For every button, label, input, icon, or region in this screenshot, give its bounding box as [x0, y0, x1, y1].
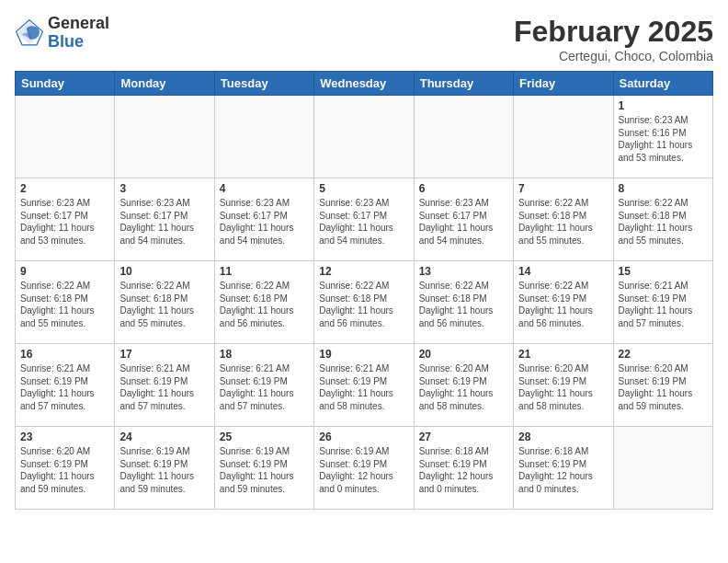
day-info: Sunrise: 6:22 AMSunset: 6:18 PMDaylight:… — [319, 280, 408, 329]
day-number: 2 — [20, 182, 109, 195]
day-info: Sunrise: 6:19 AMSunset: 6:19 PMDaylight:… — [119, 445, 209, 495]
weekday-header-friday: Friday — [514, 72, 613, 96]
day-cell — [115, 96, 214, 178]
day-info: Sunrise: 6:23 AMSunset: 6:17 PMDaylight:… — [20, 197, 109, 247]
title-block: February 2025 Certegui, Choco, Colombia — [514, 15, 713, 63]
day-cell: 22Sunrise: 6:20 AMSunset: 6:19 PMDayligh… — [613, 344, 712, 427]
day-info: Sunrise: 6:23 AMSunset: 6:17 PMDaylight:… — [119, 197, 209, 247]
day-info: Sunrise: 6:18 AMSunset: 6:19 PMDaylight:… — [518, 445, 608, 495]
day-info: Sunrise: 6:21 AMSunset: 6:19 PMDaylight:… — [20, 362, 109, 412]
day-info: Sunrise: 6:22 AMSunset: 6:18 PMDaylight:… — [419, 280, 508, 329]
day-number: 19 — [319, 348, 408, 361]
day-cell: 21Sunrise: 6:20 AMSunset: 6:19 PMDayligh… — [514, 344, 613, 427]
day-number: 23 — [20, 431, 109, 443]
day-info: Sunrise: 6:18 AMSunset: 6:19 PMDaylight:… — [419, 445, 508, 495]
week-row-1: 1Sunrise: 6:23 AMSunset: 6:16 PMDaylight… — [16, 96, 713, 178]
day-cell: 2Sunrise: 6:23 AMSunset: 6:17 PMDaylight… — [16, 178, 115, 261]
logo-text: General Blue — [48, 15, 109, 52]
day-number: 10 — [119, 265, 209, 278]
day-info: Sunrise: 6:22 AMSunset: 6:18 PMDaylight:… — [518, 197, 608, 247]
day-cell: 16Sunrise: 6:21 AMSunset: 6:19 PMDayligh… — [16, 344, 115, 427]
logo: General Blue — [15, 15, 109, 52]
day-number: 18 — [220, 348, 309, 361]
day-number: 6 — [419, 182, 508, 195]
day-cell: 17Sunrise: 6:21 AMSunset: 6:19 PMDayligh… — [115, 344, 214, 427]
day-number: 25 — [220, 431, 309, 443]
day-info: Sunrise: 6:22 AMSunset: 6:18 PMDaylight:… — [619, 197, 708, 247]
day-info: Sunrise: 6:23 AMSunset: 6:16 PMDaylight:… — [619, 114, 708, 164]
week-row-4: 16Sunrise: 6:21 AMSunset: 6:19 PMDayligh… — [16, 344, 713, 427]
day-info: Sunrise: 6:19 AMSunset: 6:19 PMDaylight:… — [319, 445, 408, 495]
day-info: Sunrise: 6:22 AMSunset: 6:18 PMDaylight:… — [20, 280, 109, 329]
day-cell: 5Sunrise: 6:23 AMSunset: 6:17 PMDaylight… — [314, 178, 414, 261]
day-info: Sunrise: 6:22 AMSunset: 6:19 PMDaylight:… — [518, 280, 608, 329]
day-cell: 13Sunrise: 6:22 AMSunset: 6:18 PMDayligh… — [414, 261, 513, 344]
day-cell: 14Sunrise: 6:22 AMSunset: 6:19 PMDayligh… — [514, 261, 613, 344]
weekday-header-row: SundayMondayTuesdayWednesdayThursdayFrid… — [16, 72, 713, 96]
logo-icon — [15, 18, 44, 48]
day-cell: 23Sunrise: 6:20 AMSunset: 6:19 PMDayligh… — [16, 427, 115, 510]
day-number: 9 — [20, 265, 109, 278]
day-cell: 1Sunrise: 6:23 AMSunset: 6:16 PMDaylight… — [613, 96, 712, 178]
day-number: 8 — [619, 182, 708, 195]
day-info: Sunrise: 6:21 AMSunset: 6:19 PMDaylight:… — [119, 362, 209, 412]
day-cell — [613, 427, 712, 510]
day-cell — [514, 96, 613, 178]
weekday-header-saturday: Saturday — [613, 72, 712, 96]
day-cell — [214, 96, 313, 178]
day-number: 1 — [619, 99, 708, 112]
week-row-2: 2Sunrise: 6:23 AMSunset: 6:17 PMDaylight… — [16, 178, 713, 261]
day-cell: 15Sunrise: 6:21 AMSunset: 6:19 PMDayligh… — [613, 261, 712, 344]
day-cell: 11Sunrise: 6:22 AMSunset: 6:18 PMDayligh… — [214, 261, 313, 344]
day-cell: 4Sunrise: 6:23 AMSunset: 6:17 PMDaylight… — [214, 178, 313, 261]
day-cell: 8Sunrise: 6:22 AMSunset: 6:18 PMDaylight… — [613, 178, 712, 261]
day-cell — [414, 96, 513, 178]
day-number: 11 — [220, 265, 309, 278]
month-year: February 2025 — [514, 15, 713, 49]
day-info: Sunrise: 6:23 AMSunset: 6:17 PMDaylight:… — [319, 197, 408, 247]
day-cell: 9Sunrise: 6:22 AMSunset: 6:18 PMDaylight… — [16, 261, 115, 344]
day-number: 5 — [319, 182, 408, 195]
day-number: 12 — [319, 265, 408, 278]
day-info: Sunrise: 6:19 AMSunset: 6:19 PMDaylight:… — [220, 445, 309, 495]
day-number: 16 — [20, 348, 109, 361]
day-number: 4 — [220, 182, 309, 195]
day-number: 24 — [119, 431, 209, 443]
day-number: 22 — [619, 348, 708, 361]
week-row-5: 23Sunrise: 6:20 AMSunset: 6:19 PMDayligh… — [16, 427, 713, 510]
day-number: 20 — [419, 348, 508, 361]
day-number: 3 — [119, 182, 209, 195]
day-number: 14 — [518, 265, 608, 278]
day-number: 27 — [419, 431, 508, 443]
day-cell: 10Sunrise: 6:22 AMSunset: 6:18 PMDayligh… — [115, 261, 214, 344]
day-cell: 19Sunrise: 6:21 AMSunset: 6:19 PMDayligh… — [314, 344, 414, 427]
day-number: 28 — [518, 431, 608, 443]
day-cell: 7Sunrise: 6:22 AMSunset: 6:18 PMDaylight… — [514, 178, 613, 261]
location: Certegui, Choco, Colombia — [514, 49, 713, 63]
day-cell: 3Sunrise: 6:23 AMSunset: 6:17 PMDaylight… — [115, 178, 214, 261]
day-info: Sunrise: 6:20 AMSunset: 6:19 PMDaylight:… — [518, 362, 608, 412]
day-info: Sunrise: 6:21 AMSunset: 6:19 PMDaylight:… — [220, 362, 309, 412]
day-cell: 18Sunrise: 6:21 AMSunset: 6:19 PMDayligh… — [214, 344, 313, 427]
day-cell — [314, 96, 414, 178]
weekday-header-monday: Monday — [115, 72, 214, 96]
day-info: Sunrise: 6:20 AMSunset: 6:19 PMDaylight:… — [20, 445, 109, 495]
day-number: 13 — [419, 265, 508, 278]
day-info: Sunrise: 6:21 AMSunset: 6:19 PMDaylight:… — [619, 280, 708, 329]
week-row-3: 9Sunrise: 6:22 AMSunset: 6:18 PMDaylight… — [16, 261, 713, 344]
day-info: Sunrise: 6:20 AMSunset: 6:19 PMDaylight:… — [619, 362, 708, 412]
day-info: Sunrise: 6:22 AMSunset: 6:18 PMDaylight:… — [119, 280, 209, 329]
calendar-table: SundayMondayTuesdayWednesdayThursdayFrid… — [15, 71, 713, 510]
day-cell: 12Sunrise: 6:22 AMSunset: 6:18 PMDayligh… — [314, 261, 414, 344]
day-number: 17 — [119, 348, 209, 361]
day-number: 7 — [518, 182, 608, 195]
day-info: Sunrise: 6:23 AMSunset: 6:17 PMDaylight:… — [220, 197, 309, 247]
day-info: Sunrise: 6:23 AMSunset: 6:17 PMDaylight:… — [419, 197, 508, 247]
day-number: 26 — [319, 431, 408, 443]
day-cell: 25Sunrise: 6:19 AMSunset: 6:19 PMDayligh… — [214, 427, 313, 510]
day-cell — [16, 96, 115, 178]
day-info: Sunrise: 6:22 AMSunset: 6:18 PMDaylight:… — [220, 280, 309, 329]
day-cell: 24Sunrise: 6:19 AMSunset: 6:19 PMDayligh… — [115, 427, 214, 510]
day-info: Sunrise: 6:20 AMSunset: 6:19 PMDaylight:… — [419, 362, 508, 412]
day-cell: 20Sunrise: 6:20 AMSunset: 6:19 PMDayligh… — [414, 344, 513, 427]
